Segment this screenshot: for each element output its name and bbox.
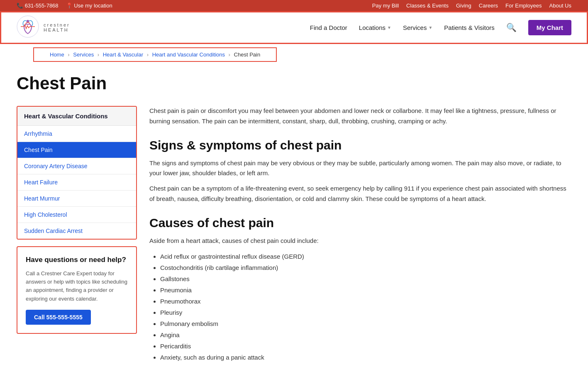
breadcrumb-heart-vascular[interactable]: Heart & Vascular (103, 51, 143, 58)
sidebar-item-coronary-artery-disease[interactable]: Coronary Artery Disease (17, 158, 136, 174)
content-area: Heart & Vascular Conditions Arrhythmia C… (0, 98, 588, 371)
sidebar-help-box: Have questions or need help? Call a Cres… (17, 246, 137, 334)
location-text: Use my location (74, 2, 112, 9)
breadcrumb-sep: › (229, 51, 230, 58)
symptoms-heading: Signs & symptoms of chest pain (149, 138, 571, 152)
symptoms-p1: The signs and symptoms of chest pain may… (149, 158, 571, 179)
chevron-down-icon: ▼ (387, 25, 391, 30)
logo-text: crestner HEALTH (44, 22, 70, 32)
nav-services[interactable]: Services ▼ (403, 24, 432, 31)
sidebar-conditions-box: Heart & Vascular Conditions Arrhythmia C… (17, 106, 137, 240)
main-header: crestner HEALTH Find a Doctor Locations … (0, 11, 588, 44)
list-item: Acid reflux or gastrointestinal reflux d… (160, 251, 571, 262)
nav-locations[interactable]: Locations ▼ (359, 24, 391, 31)
giving-link[interactable]: Giving (456, 2, 471, 9)
breadcrumb-home[interactable]: Home (50, 51, 64, 58)
page-title: Chest Pain (0, 65, 588, 98)
breadcrumb: Home › Services › Heart & Vascular › Hea… (33, 47, 277, 62)
search-button[interactable]: 🔍 (506, 22, 517, 32)
breadcrumb-sep: › (98, 51, 99, 58)
breadcrumb-services[interactable]: Services (73, 51, 94, 58)
list-item: Pneumonia (160, 284, 571, 296)
list-item: Pneumothorax (160, 296, 571, 307)
list-item: Costochondritis (rib cartilage inflammat… (160, 262, 571, 273)
sidebar-item-heart-murmur[interactable]: Heart Murmur (17, 191, 136, 207)
phone-icon: 📞 (17, 2, 23, 9)
sidebar-item-arrhythmia[interactable]: Arrhythmia (17, 126, 136, 142)
breadcrumb-current: Chest Pain (234, 51, 261, 58)
classes-events-link[interactable]: Classes & Events (406, 2, 449, 9)
nav-find-doctor[interactable]: Find a Doctor (310, 24, 347, 31)
phone-link[interactable]: 📞 631-555-7868 (17, 2, 59, 9)
location-link[interactable]: 📍 Use my location (66, 2, 112, 9)
sidebar-item-high-cholesterol[interactable]: High Cholesterol (17, 207, 136, 223)
list-item: Anxiety, such as during a panic attack (160, 352, 571, 363)
location-icon: 📍 (66, 2, 73, 9)
sidebar-help-text: Call a Crestner Care Expert today for an… (26, 269, 128, 303)
pay-bill-link[interactable]: Pay my Bill (372, 2, 399, 9)
careers-link[interactable]: Careers (479, 2, 498, 9)
list-item: Angina (160, 329, 571, 340)
main-content: Chest pain is pain or discomfort you may… (149, 106, 571, 363)
causes-list: Acid reflux or gastrointestinal reflux d… (160, 251, 571, 363)
sidebar-item-sudden-cardiac-arrest[interactable]: Sudden Cardiac Arrest (17, 223, 136, 239)
sidebar-conditions-title: Heart & Vascular Conditions (17, 107, 136, 126)
intro-paragraph: Chest pain is pain or discomfort you may… (149, 106, 571, 127)
list-item: Pericarditis (160, 340, 571, 352)
main-nav: Find a Doctor Locations ▼ Services ▼ Pat… (310, 20, 571, 35)
breadcrumb-sep: › (68, 51, 69, 58)
my-chart-button[interactable]: My Chart (528, 20, 571, 35)
breadcrumb-heart-vascular-conditions[interactable]: Heart and Vascular Conditions (152, 51, 225, 58)
list-item: Gallstones (160, 273, 571, 284)
list-item: Pulmonary embolism (160, 318, 571, 329)
sidebar-item-chest-pain[interactable]: Chest Pain (17, 142, 136, 158)
sidebar: Heart & Vascular Conditions Arrhythmia C… (17, 106, 137, 363)
svg-point-1 (27, 20, 29, 22)
breadcrumb-sep: › (147, 51, 149, 58)
utility-bar-right: Pay my Bill Classes & Events Giving Care… (372, 2, 571, 9)
symptoms-p2: Chest pain can be a symptom of a life-th… (149, 184, 571, 204)
for-employees-link[interactable]: For Employees (505, 2, 542, 9)
phone-number: 631-555-7868 (25, 2, 59, 9)
causes-heading: Causes of chest pain (149, 216, 571, 230)
sidebar-item-heart-failure[interactable]: Heart Failure (17, 174, 136, 191)
chevron-down-icon: ▼ (428, 25, 432, 30)
utility-bar: 📞 631-555-7868 📍 Use my location Pay my … (0, 0, 588, 11)
logo-icon (17, 15, 39, 39)
nav-patients-visitors[interactable]: Patients & Visitors (444, 24, 494, 31)
causes-intro: Aside from a heart attack, causes of che… (149, 236, 571, 246)
list-item: Pleurisy (160, 307, 571, 318)
utility-bar-left: 📞 631-555-7868 📍 Use my location (17, 2, 112, 9)
call-button[interactable]: Call 555-555-5555 (26, 310, 91, 325)
sidebar-help-title: Have questions or need help? (26, 255, 128, 264)
logo-area: crestner HEALTH (17, 15, 70, 39)
about-us-link[interactable]: About Us (549, 2, 571, 9)
